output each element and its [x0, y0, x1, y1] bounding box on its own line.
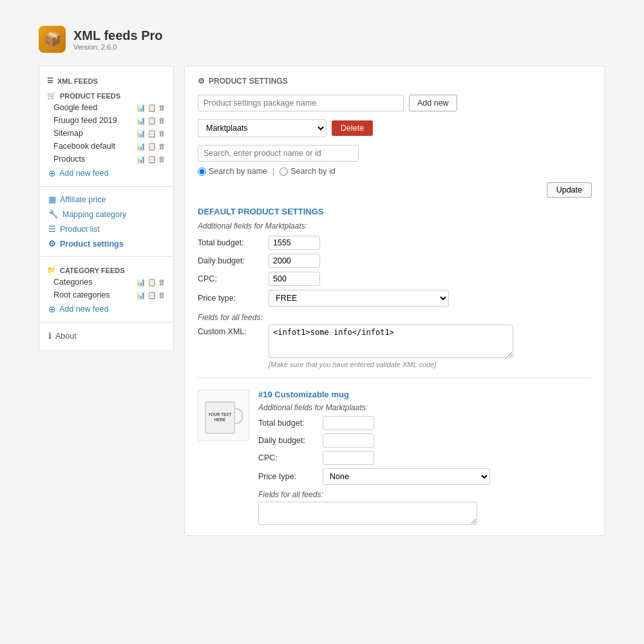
xml-feeds-header: ☰ XML FEEDS — [39, 73, 173, 88]
about-link[interactable]: ℹ About — [39, 328, 173, 344]
feed-item-root-categories[interactable]: Root categories 📊 📋 🗑 — [39, 289, 173, 301]
feed-select[interactable]: Marktplaats — [198, 119, 327, 137]
cpc-input[interactable] — [269, 272, 320, 286]
package-name-input[interactable] — [198, 95, 404, 111]
add-new-button[interactable]: Add new — [409, 95, 457, 111]
delete-icon[interactable]: 🗑 — [158, 278, 166, 286]
price-type-select[interactable]: FREE None — [269, 290, 449, 307]
app-version: Version: 2.6.0 — [73, 43, 163, 51]
feed-item-products[interactable]: Products 📊 📋 🗑 — [39, 153, 173, 166]
custom-xml-textarea[interactable]: <infot1>some info</infot1> — [269, 325, 513, 358]
divider-3 — [39, 322, 173, 323]
chart-icon[interactable]: 📊 — [137, 155, 146, 164]
feed-select-row: Marktplaats Delete — [198, 119, 592, 137]
feed-item-fruugo[interactable]: Fruugo feed 2019 📊 📋 🗑 — [39, 114, 173, 127]
sidebar: ☰ XML FEEDS 🛒 PRODUCT FEEDS Google feed … — [39, 66, 174, 351]
delete-button[interactable]: Delete — [332, 120, 373, 136]
feed-item-categories[interactable]: Categories 📊 📋 🗑 — [39, 276, 173, 289]
custom-xml-row: Custom XML: <infot1>some info</infot1> — [198, 325, 592, 358]
product-divider — [198, 377, 592, 378]
fields-all-feeds-label: Fields for all feeds: — [198, 313, 592, 322]
add-product-feed-link[interactable]: ⊕ Add new feed — [39, 166, 173, 181]
copy-icon[interactable]: 📋 — [147, 117, 156, 125]
radio-search-id[interactable] — [279, 167, 288, 176]
price-type-row: Price type: FREE None — [198, 290, 592, 307]
total-budget-row: Total budget: — [198, 236, 592, 250]
product-price-type-row: Price type: None FREE — [258, 468, 592, 485]
product-feeds-label: 🛒 PRODUCT FEEDS — [39, 88, 173, 101]
search-row — [198, 145, 592, 162]
rss-icon: ☰ — [47, 77, 53, 85]
product-daily-budget-input[interactable] — [323, 433, 374, 448]
product-cpc-input[interactable] — [323, 451, 374, 465]
delete-icon[interactable]: 🗑 — [158, 291, 166, 299]
plus-icon: ⊕ — [48, 304, 56, 314]
update-row: Update — [198, 182, 592, 198]
feed-item-google[interactable]: Google feed 📊 📋 🗑 — [39, 101, 173, 114]
product-custom-xml-textarea[interactable] — [258, 502, 477, 525]
product-name: #19 Customizable mug — [258, 390, 592, 399]
app-title: XML feeds Pro — [73, 28, 163, 43]
delete-icon[interactable]: 🗑 — [158, 104, 166, 111]
copy-icon[interactable]: 📋 — [147, 142, 156, 151]
sidebar-item-mapping-category[interactable]: 🔧 Mapping category — [39, 207, 173, 222]
product-image: YOUR TEXT HERE — [198, 390, 249, 441]
copy-icon[interactable]: 📋 — [147, 104, 156, 112]
product-cpc-row: CPC: — [258, 451, 592, 465]
add-category-feed-link[interactable]: ⊕ Add new feed — [39, 301, 173, 317]
product-daily-budget-row: Daily budget: — [258, 433, 592, 448]
affiliate-icon: ▦ — [48, 194, 56, 204]
chart-icon[interactable]: 📊 — [137, 117, 146, 125]
chart-icon[interactable]: 📊 — [137, 129, 146, 138]
copy-icon[interactable]: 📋 — [147, 278, 156, 287]
product-total-budget-input[interactable] — [323, 416, 374, 430]
default-settings-title: DEFAULT PRODUCT SETTINGS — [198, 207, 592, 216]
divider-1 — [39, 186, 173, 187]
update-button[interactable]: Update — [547, 182, 592, 198]
daily-budget-row: Daily budget: — [198, 254, 592, 268]
product-details: #19 Customizable mug Additional fields f… — [258, 390, 592, 525]
info-icon: ℹ — [48, 331, 52, 341]
sidebar-item-product-settings[interactable]: ⚙ Product settings — [39, 236, 173, 251]
list-icon: ☰ — [48, 224, 56, 234]
app-icon: 📦 — [39, 26, 66, 53]
additional-fields-label: Additional fields for Marktplaats: — [198, 222, 592, 231]
copy-icon[interactable]: 📋 — [147, 129, 156, 138]
chart-icon[interactable]: 📊 — [137, 278, 146, 287]
product-image-svg: YOUR TEXT HERE — [201, 393, 246, 438]
product-additional-label: Additional fields for Marktplaats: — [258, 403, 592, 412]
main-content: ⚙ PRODUCT SETTINGS Add new Marktplaats D… — [184, 66, 605, 536]
feed-item-facebook[interactable]: Facebook default 📊 📋 🗑 — [39, 140, 173, 153]
cpc-row: CPC: — [198, 272, 592, 286]
copy-icon[interactable]: 📋 — [147, 155, 156, 164]
folder-icon: 📁 — [47, 266, 56, 274]
category-feeds-label: 📁 CATEGORY FEEDS — [39, 262, 173, 276]
product-price-type-select[interactable]: None FREE — [323, 468, 490, 485]
svg-text:YOUR TEXT: YOUR TEXT — [208, 412, 231, 417]
plus-icon: ⊕ — [48, 168, 56, 178]
copy-icon[interactable]: 📋 — [147, 291, 156, 299]
feed-item-sitemap[interactable]: Sitemap 📊 📋 🗑 — [39, 127, 173, 140]
daily-budget-input[interactable] — [269, 254, 320, 268]
sidebar-item-affiliate-price[interactable]: ▦ Affiliate price — [39, 192, 173, 207]
package-name-row: Add new — [198, 95, 592, 111]
delete-icon[interactable]: 🗑 — [158, 155, 166, 163]
sidebar-item-product-list[interactable]: ☰ Product list — [39, 222, 173, 236]
radio-search-name[interactable] — [198, 167, 206, 176]
chart-icon[interactable]: 📊 — [137, 291, 146, 299]
search-radio-row: Search by name | Search by id — [198, 167, 592, 176]
delete-icon[interactable]: 🗑 — [158, 142, 166, 150]
delete-icon[interactable]: 🗑 — [158, 129, 166, 137]
section-title: ⚙ PRODUCT SETTINGS — [198, 77, 592, 86]
app-header: 📦 XML feeds Pro Version: 2.6.0 — [39, 26, 605, 53]
mapping-icon: 🔧 — [48, 209, 59, 219]
search-input[interactable] — [198, 145, 359, 162]
cart-icon: 🛒 — [47, 91, 56, 100]
delete-icon[interactable]: 🗑 — [158, 117, 166, 124]
product-item: YOUR TEXT HERE #19 Customizable mug Addi… — [198, 387, 592, 525]
total-budget-input[interactable] — [269, 236, 320, 250]
chart-icon[interactable]: 📊 — [137, 104, 146, 112]
chart-icon[interactable]: 📊 — [137, 142, 146, 151]
svg-text:HERE: HERE — [214, 417, 226, 422]
divider-2 — [39, 256, 173, 257]
